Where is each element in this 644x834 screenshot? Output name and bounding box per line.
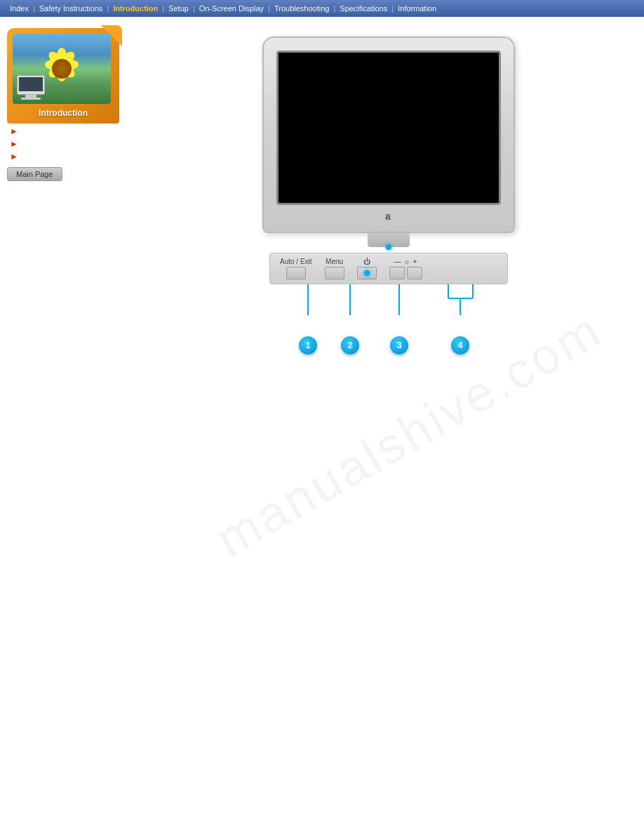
nav-specs[interactable]: Specifications <box>335 4 391 13</box>
power-group: ⏻ <box>357 258 377 279</box>
navigation-bar: Index | Safety Instructions | Introducti… <box>0 0 644 17</box>
power-led <box>364 270 370 276</box>
nav-safety[interactable]: Safety Instructions <box>35 4 107 13</box>
brightness-icon: ☼ <box>404 258 410 265</box>
sidebar-thumbnail <box>13 34 111 104</box>
control-panel: Auto / Exit Menu ⏻ <box>269 253 508 284</box>
nav-information[interactable]: Information <box>394 4 441 13</box>
callout-2: 2 <box>341 336 359 355</box>
menu-label: Menu <box>326 258 343 265</box>
monitor-screen <box>276 51 501 205</box>
nav-troubleshooting[interactable]: Troubleshooting <box>270 4 333 13</box>
auto-exit-group: Auto / Exit <box>280 258 312 279</box>
sidebar-arrow-2[interactable]: ► <box>10 139 126 149</box>
callout-container: 1 2 3 4 <box>269 284 508 355</box>
callout-1: 1 <box>299 336 317 355</box>
sidebar-card-label: Introduction <box>13 108 114 118</box>
monitor-body: a <box>262 37 515 233</box>
mini-monitor <box>17 75 45 100</box>
callout-lines-svg <box>269 284 508 333</box>
brightness-group: — ☼ + <box>389 258 422 279</box>
nav-index[interactable]: Index <box>6 4 33 13</box>
sidebar: Introduction ► ► ► Main Page <box>0 22 133 369</box>
power-label: ⏻ <box>363 258 370 265</box>
auto-exit-label: Auto / Exit <box>280 258 312 265</box>
nav-setup[interactable]: Setup <box>164 4 193 13</box>
control-panel-wrapper: Auto / Exit Menu ⏻ <box>262 253 515 355</box>
nav-introduction[interactable]: Introduction <box>109 4 162 13</box>
power-button[interactable] <box>357 267 377 279</box>
content-area: Introduction ► ► ► Main Page a <box>0 17 644 369</box>
menu-button[interactable] <box>325 267 344 279</box>
minus-label: — <box>394 258 401 265</box>
sidebar-card: Introduction <box>7 28 119 124</box>
sidebar-arrow-3[interactable]: ► <box>10 152 126 161</box>
main-content: a Auto / Exit Menu <box>133 22 644 369</box>
plus-label: + <box>413 258 417 265</box>
menu-group: Menu <box>325 258 344 279</box>
flower-background <box>13 34 111 104</box>
monitor-brand-label: a <box>276 211 501 222</box>
main-page-button[interactable]: Main Page <box>7 167 62 181</box>
sidebar-arrow-1[interactable]: ► <box>10 126 126 136</box>
monitor-illustration: a Auto / Exit Menu <box>262 37 515 355</box>
callout-3: 3 <box>390 336 408 355</box>
auto-exit-button[interactable] <box>286 267 306 279</box>
plus-button[interactable] <box>407 267 422 279</box>
nav-osd[interactable]: On-Screen Display <box>195 4 268 13</box>
minus-button[interactable] <box>389 267 405 279</box>
callout-4: 4 <box>451 336 469 355</box>
